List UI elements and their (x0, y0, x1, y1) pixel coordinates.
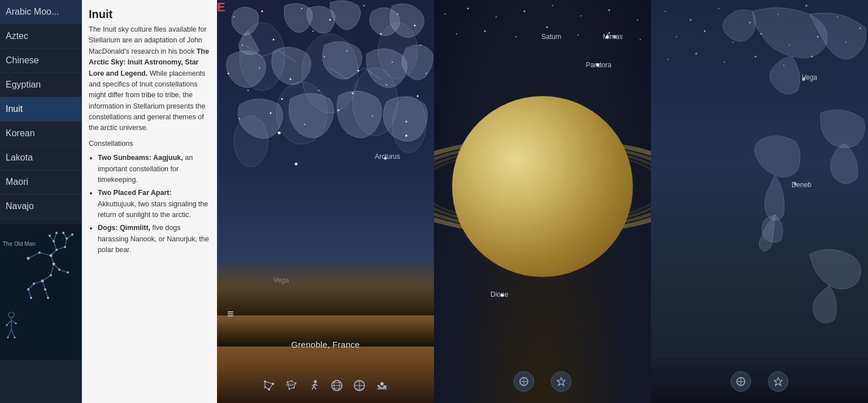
svg-point-35 (53, 240, 55, 242)
mimas-dot (606, 36, 609, 38)
horizon-gradient (217, 259, 434, 315)
svg-point-161 (806, 5, 808, 7)
landscape-button[interactable] (376, 379, 388, 392)
svg-point-157 (690, 19, 692, 21)
stars-svg-4 (651, 0, 868, 403)
panel-constellation-night: Vega Deneb (651, 0, 868, 403)
old-man-label: The Old Man (3, 241, 36, 247)
svg-point-156 (665, 11, 666, 12)
svg-point-140 (552, 5, 553, 6)
panel3-toolbar (434, 371, 651, 392)
svg-point-158 (718, 8, 719, 9)
vega-label-4: Vega (802, 73, 817, 81)
svg-point-24 (64, 246, 66, 248)
svg-line-13 (45, 289, 48, 298)
deneb-label: Deneb (792, 181, 811, 189)
svg-line-15 (54, 233, 57, 241)
svg-point-49 (7, 337, 9, 339)
svg-line-104 (265, 382, 273, 384)
sidebar-item-maori[interactable]: Maori (0, 170, 81, 194)
svg-point-138 (496, 16, 497, 18)
svg-point-145 (484, 31, 486, 32)
svg-point-30 (33, 283, 35, 285)
svg-line-121 (312, 386, 314, 389)
svg-point-39 (71, 233, 73, 236)
svg-point-165 (704, 31, 706, 32)
sidebar-item-navajo[interactable]: Navajo (0, 194, 81, 219)
svg-point-173 (724, 62, 725, 63)
svg-point-23 (55, 249, 58, 251)
svg-point-134 (377, 385, 380, 387)
svg-point-36 (55, 232, 58, 234)
svg-line-14 (54, 241, 57, 250)
svg-line-122 (314, 386, 316, 389)
sidebar-item-lakota[interactable]: Lakota (0, 146, 81, 170)
svg-point-143 (637, 19, 638, 20)
panel4-icon-2[interactable] (768, 371, 788, 392)
panel4-toolbar (651, 371, 868, 392)
sidebar-item-korean[interactable]: Korean (0, 122, 81, 146)
svg-point-38 (66, 237, 68, 240)
panel3-icon-2[interactable] (551, 371, 571, 392)
svg-line-116 (289, 388, 294, 389)
svg-point-150 (640, 39, 641, 40)
svg-line-45 (8, 329, 11, 337)
svg-point-144 (456, 33, 457, 34)
detail-panel-inuit[interactable]: Inuit The Inuit sky culture files availa… (82, 0, 217, 403)
svg-line-3 (57, 247, 65, 250)
culture-sidebar: Arabic Moo... Aztec Chinese Egyptian Inu… (0, 0, 82, 403)
detail-title: Inuit (82, 0, 217, 24)
svg-point-142 (609, 10, 610, 11)
sidebar-item-arabic[interactable]: Arabic Moo... (0, 0, 81, 24)
panel4-icon-1[interactable] (731, 371, 751, 392)
svg-point-139 (524, 11, 526, 12)
svg-line-43 (7, 320, 11, 325)
svg-point-22 (50, 254, 53, 257)
svg-point-47 (6, 324, 8, 326)
svg-point-31 (27, 288, 29, 291)
svg-point-48 (15, 323, 17, 324)
sidebar-item-chinese[interactable]: Chinese (0, 49, 81, 73)
sidebar-item-aztec[interactable]: Aztec (0, 24, 81, 49)
panel2-toolbar: orion (217, 379, 434, 392)
sidebar-item-egyptian[interactable]: Egyptian (0, 73, 81, 97)
svg-point-28 (50, 274, 52, 276)
location-label: Grenoble, France (217, 340, 434, 349)
svg-point-33 (44, 288, 46, 291)
panel3-icon-1[interactable] (514, 371, 534, 392)
grid-button[interactable] (353, 379, 366, 392)
star-field-4 (651, 0, 868, 403)
svg-point-20 (27, 257, 30, 260)
panel-saturn-view: Saturn Mimas Pandora Janus Dione (434, 0, 651, 403)
svg-line-107 (265, 387, 269, 389)
svg-point-25 (53, 263, 55, 266)
svg-line-8 (42, 275, 51, 281)
svg-point-172 (696, 53, 697, 55)
svg-point-146 (515, 36, 517, 37)
svg-line-1 (40, 253, 51, 255)
svg-line-17 (65, 239, 67, 247)
figure-button[interactable] (308, 379, 320, 392)
constellation-lines-button[interactable] (263, 379, 275, 392)
panel-stellarium-view: Vega Arcturus E Grenoble, France ≡ (217, 0, 434, 403)
svg-point-41 (8, 312, 14, 318)
svg-point-32 (30, 297, 32, 299)
sidebar-item-inuit[interactable]: Inuit (0, 97, 81, 122)
saturn-planet (452, 96, 633, 277)
svg-line-10 (28, 284, 34, 289)
svg-point-147 (546, 27, 548, 28)
saturn-container (434, 45, 651, 328)
svg-point-21 (38, 252, 41, 254)
svg-point-26 (58, 268, 60, 271)
constellation-art-button[interactable]: orion (285, 379, 298, 392)
svg-line-105 (269, 384, 273, 389)
svg-point-37 (49, 235, 51, 237)
svg-point-27 (67, 271, 69, 274)
svg-text:orion: orion (286, 383, 295, 387)
svg-line-46 (11, 329, 15, 337)
svg-point-137 (467, 8, 469, 10)
menu-button[interactable]: ≡ (227, 308, 234, 319)
panel-inuit-list: Arabic Moo... Aztec Chinese Egyptian Inu… (0, 0, 217, 403)
pandora-dot (596, 63, 599, 66)
globe-button[interactable] (331, 379, 343, 392)
